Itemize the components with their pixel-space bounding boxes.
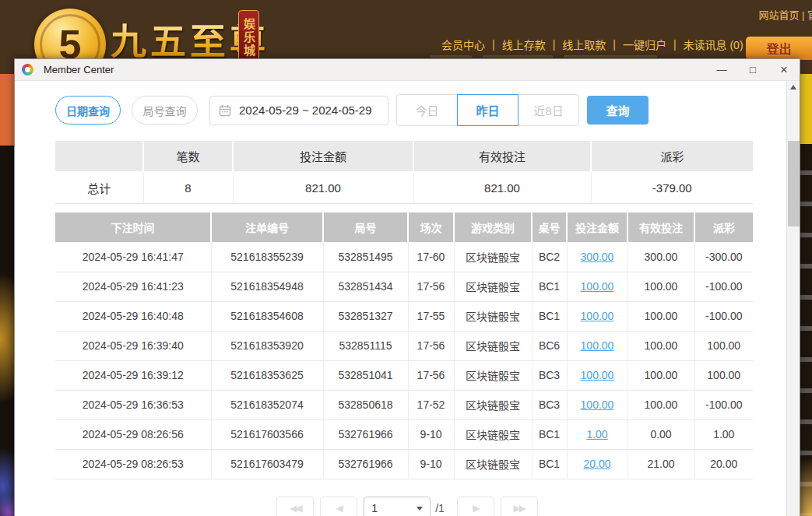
bet-amount-link[interactable]: 100.00 bbox=[581, 280, 614, 293]
table-number: BC3 bbox=[532, 360, 567, 390]
last8days-button[interactable]: 近8日 bbox=[518, 94, 579, 126]
next-page-button[interactable]: ▶ bbox=[457, 497, 494, 516]
bet-time: 2024-05-29 16:39:40 bbox=[55, 331, 211, 360]
scroll-up-button[interactable] bbox=[787, 81, 800, 93]
tab-date-query[interactable]: 日期查询 bbox=[55, 96, 121, 125]
payout: -100.00 bbox=[694, 301, 753, 331]
game-type: 区块链骰宝 bbox=[454, 390, 532, 419]
round-number: 532851041 bbox=[323, 360, 408, 390]
vertical-scrollbar[interactable] bbox=[786, 81, 800, 516]
bet-amount: 300.00 bbox=[567, 242, 627, 272]
session: 9-10 bbox=[408, 449, 454, 479]
window-content: 日期查询 局号查询 2024-05-29 ~ 2024-05-29 bbox=[15, 81, 800, 516]
bg-left-accent bbox=[0, 74, 14, 146]
bet-amount: 100.00 bbox=[567, 390, 627, 419]
summary-header-cell: 笔数 bbox=[143, 141, 233, 172]
payout: -300.00 bbox=[694, 242, 753, 272]
valid-bet: 300.00 bbox=[627, 242, 694, 272]
payout: 100.00 bbox=[694, 331, 753, 360]
bet-amount: 100.00 bbox=[567, 360, 627, 390]
game-type: 区块链骰宝 bbox=[454, 360, 532, 390]
valid-bet: 100.00 bbox=[627, 360, 694, 390]
summary-total-row: 总计 8 821.00 821.00 -379.00 bbox=[55, 172, 753, 203]
round-number: 532851115 bbox=[323, 331, 408, 360]
top-links[interactable]: 网站首页 | 官 bbox=[758, 7, 812, 22]
session: 17-55 bbox=[408, 301, 454, 331]
summary-header-cell: 投注金额 bbox=[233, 141, 413, 172]
game-type: 区块链骰宝 bbox=[454, 331, 532, 360]
game-type: 区块链骰宝 bbox=[454, 449, 532, 479]
valid-bet: 100.00 bbox=[627, 390, 694, 419]
table-number: BC1 bbox=[532, 272, 567, 301]
table-number: BC1 bbox=[532, 301, 567, 331]
session: 17-52 bbox=[408, 390, 454, 419]
valid-bet: 21.00 bbox=[627, 449, 694, 479]
summary-table: 笔数投注金额有效投注派彩 总计 8 821.00 821.00 -379.00 bbox=[55, 141, 753, 204]
bet-amount: 1.00 bbox=[567, 419, 627, 449]
bet-amount: 100.00 bbox=[567, 301, 627, 331]
nav-separator: | bbox=[670, 38, 680, 51]
game-type: 区块链骰宝 bbox=[454, 272, 532, 301]
valid-bet: 100.00 bbox=[627, 272, 694, 301]
bet-table-header-row: 下注时间注单编号局号场次游戏类别桌号投注金额有效投注派彩 bbox=[55, 212, 753, 242]
round-number: 532850618 bbox=[323, 390, 408, 419]
bet-amount-link[interactable]: 1.00 bbox=[586, 428, 607, 441]
session: 17-56 bbox=[408, 360, 454, 390]
calendar-icon bbox=[219, 104, 231, 117]
search-button[interactable]: 查询 bbox=[587, 96, 649, 125]
order-number: 521618353625 bbox=[211, 360, 323, 390]
payout: 20.00 bbox=[694, 449, 753, 479]
account-info-strip bbox=[430, 50, 741, 58]
order-number: 521618352074 bbox=[211, 390, 323, 419]
round-number: 532851495 bbox=[323, 242, 408, 272]
session: 17-60 bbox=[408, 242, 454, 272]
logout-button[interactable]: 登出 bbox=[746, 37, 812, 60]
date-range-input[interactable]: 2024-05-29 ~ 2024-05-29 bbox=[209, 96, 388, 125]
nav-separator: | bbox=[549, 38, 560, 51]
summary-total-label: 总计 bbox=[55, 172, 143, 203]
tab-round-query[interactable]: 局号查询 bbox=[132, 96, 198, 125]
bet-amount: 100.00 bbox=[567, 272, 627, 301]
maximize-button[interactable]: □ bbox=[737, 59, 768, 81]
bet-time: 2024-05-29 16:41:47 bbox=[55, 242, 211, 272]
order-number: 521618355239 bbox=[211, 242, 323, 272]
table-row: 2024-05-29 08:26:53521617603479532761966… bbox=[55, 449, 753, 479]
bet-amount-link[interactable]: 100.00 bbox=[581, 310, 614, 322]
first-page-button[interactable]: ◀◀ bbox=[276, 497, 314, 516]
valid-bet: 100.00 bbox=[627, 331, 694, 360]
order-number: 521618354948 bbox=[211, 272, 323, 301]
session: 17-56 bbox=[408, 331, 454, 360]
screen: 5 九五至尊 娱乐城 网站首页 | 官 会员中心|线上存款|线上取款|一键归户|… bbox=[0, 0, 812, 516]
prev-page-button[interactable]: ◀ bbox=[320, 497, 357, 516]
order-number: 521618353920 bbox=[211, 331, 323, 360]
order-number: 521617603566 bbox=[211, 419, 323, 449]
close-button[interactable]: × bbox=[768, 59, 800, 81]
window-titlebar[interactable]: Member Center — □ × bbox=[15, 59, 800, 81]
yesterday-button[interactable]: 昨日 bbox=[457, 94, 518, 126]
window-app-icon bbox=[22, 64, 33, 75]
bet-time: 2024-05-29 08:26:53 bbox=[55, 449, 211, 479]
table-row: 2024-05-29 16:39:12521618353625532851041… bbox=[55, 360, 753, 390]
last-page-button[interactable]: ▶▶ bbox=[501, 497, 538, 516]
page-select[interactable]: 1 bbox=[364, 497, 431, 516]
payout: -100.00 bbox=[694, 390, 753, 419]
table-number: BC6 bbox=[532, 331, 567, 360]
scrollbar-thumb[interactable] bbox=[788, 141, 800, 226]
bet-amount-link[interactable]: 100.00 bbox=[581, 339, 614, 352]
bet-amount-link[interactable]: 100.00 bbox=[581, 369, 614, 381]
today-button[interactable]: 今日 bbox=[396, 94, 458, 126]
window-controls: — □ × bbox=[706, 59, 800, 81]
pagination: ◀◀ ◀ 1 /1 ▶ ▶▶ bbox=[15, 497, 800, 516]
bet-amount-link[interactable]: 20.00 bbox=[583, 458, 610, 470]
table-row: 2024-05-29 16:41:23521618354948532851434… bbox=[55, 272, 753, 301]
table-row: 2024-05-29 16:41:47521618355239532851495… bbox=[55, 242, 753, 272]
bg-right-art bbox=[800, 144, 812, 516]
col-header-bet-time: 下注时间 bbox=[55, 212, 211, 242]
bet-time: 2024-05-29 16:40:48 bbox=[55, 301, 211, 331]
bet-amount-link[interactable]: 100.00 bbox=[581, 398, 614, 411]
payout: -100.00 bbox=[694, 272, 753, 301]
window-title: Member Center bbox=[44, 64, 114, 75]
minimize-button[interactable]: — bbox=[706, 59, 737, 81]
bet-time: 2024-05-29 16:39:12 bbox=[55, 360, 211, 390]
bet-amount-link[interactable]: 300.00 bbox=[581, 251, 614, 263]
